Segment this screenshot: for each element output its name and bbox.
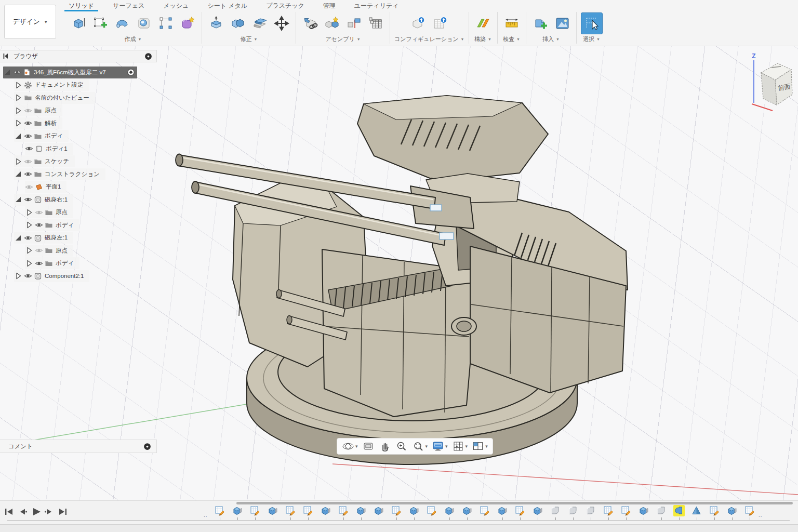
go-to-end-icon[interactable]: [57, 506, 69, 517]
sketch-feature-icon[interactable]: [479, 505, 490, 516]
extrude-icon[interactable]: [69, 13, 88, 34]
offset-face-icon[interactable]: [250, 13, 270, 34]
component-icon[interactable]: [34, 272, 42, 280]
folder-icon[interactable]: [45, 221, 53, 229]
sketch-feature-icon[interactable]: [426, 505, 437, 516]
panel-expand-icon[interactable]: [144, 52, 152, 60]
tree-row[interactable]: ボディ1: [25, 143, 73, 155]
timeline-feature-extrude[interactable]: [723, 505, 741, 520]
component-icon[interactable]: [34, 195, 42, 204]
extrude-feature-icon[interactable]: [373, 505, 384, 516]
extrude-feature-icon[interactable]: [320, 505, 331, 516]
expander-closed-icon[interactable]: [25, 208, 33, 217]
expander-closed-icon[interactable]: [14, 81, 22, 89]
timeline-feature-sketch[interactable]: [423, 505, 441, 520]
sketch-feature-icon[interactable]: [285, 505, 296, 516]
eye-hidden-icon[interactable]: [35, 246, 43, 255]
viewports-icon[interactable]: [470, 440, 489, 453]
folder-icon[interactable]: [34, 107, 42, 115]
extrude-feature-icon[interactable]: [444, 505, 455, 516]
timeline-feature-fillet[interactable]: [547, 505, 564, 520]
move-icon[interactable]: [272, 13, 291, 34]
timeline-feature-sketch[interactable]: [741, 505, 759, 520]
timeline-feature-sketch[interactable]: [246, 505, 264, 520]
sketch-feature-icon[interactable]: [514, 505, 526, 516]
tab-manage[interactable]: 管理: [323, 0, 336, 11]
folder-icon[interactable]: [45, 208, 53, 217]
timeline-feature-extrude[interactable]: [352, 505, 370, 520]
construction-plane-icon[interactable]: [473, 13, 493, 34]
revolve-icon[interactable]: [112, 13, 132, 34]
body-icon[interactable]: [35, 144, 43, 153]
timeline-feature-extrude[interactable]: [317, 505, 335, 520]
timeline-feature-fillet[interactable]: [653, 505, 670, 520]
select-icon[interactable]: [581, 12, 603, 34]
eye-hidden-icon[interactable]: [25, 183, 33, 191]
timeline-feature-extrude[interactable]: [229, 505, 246, 520]
expander-closed-icon[interactable]: [14, 107, 22, 115]
document-icon[interactable]: [23, 68, 31, 76]
fit-icon[interactable]: [410, 440, 430, 453]
hole-icon[interactable]: [134, 13, 154, 34]
measure-icon[interactable]: [502, 13, 522, 34]
turret-geometry[interactable]: [176, 96, 628, 464]
eye-visible-icon[interactable]: [24, 272, 32, 280]
extrude-feature-icon[interactable]: [532, 505, 543, 516]
expander-closed-icon[interactable]: [14, 272, 22, 280]
eye-hidden-icon[interactable]: [24, 107, 32, 115]
expander-closed-icon[interactable]: [25, 246, 33, 255]
tab-utilities[interactable]: ユーティリティ: [354, 0, 399, 11]
configure-icon[interactable]: [408, 13, 428, 34]
tree-row-label[interactable]: 原点: [55, 247, 69, 255]
group-label-create[interactable]: 作成: [125, 35, 142, 43]
configuration-table-icon[interactable]: [430, 13, 450, 34]
eye-visible-icon[interactable]: [24, 119, 32, 127]
eye-visible-icon[interactable]: [24, 132, 32, 140]
extrude-feature-icon[interactable]: [497, 505, 508, 516]
extrude-feature-icon[interactable]: [355, 505, 367, 516]
tree-row[interactable]: 解析: [14, 117, 62, 129]
component-icon[interactable]: [34, 234, 42, 242]
tree-row-label[interactable]: ボディ: [55, 221, 75, 229]
timeline-feature-sketch[interactable]: [335, 505, 352, 520]
sketch-feature-icon[interactable]: [249, 505, 261, 516]
expander-open-icon[interactable]: [14, 234, 22, 242]
eye-visible-icon[interactable]: [24, 195, 32, 204]
combine-icon[interactable]: [228, 13, 248, 34]
tree-row-label[interactable]: 解析: [44, 119, 58, 127]
canvas-image-icon[interactable]: [552, 13, 572, 34]
tree-row[interactable]: ドキュメント設定: [14, 79, 89, 91]
tree-row-label[interactable]: コンストラクション: [44, 170, 101, 178]
bom-table-icon[interactable]: [366, 13, 385, 34]
tree-row-label[interactable]: ドキュメント設定: [34, 81, 85, 89]
activate-component-radio[interactable]: [127, 68, 135, 76]
tree-row[interactable]: 原点: [14, 104, 62, 116]
tree-row-label[interactable]: 砲身左:1: [44, 234, 69, 242]
group-label-construct[interactable]: 構築: [474, 35, 491, 43]
fillet-feature-icon[interactable]: [550, 505, 561, 516]
tree-row[interactable]: スケッチ: [14, 155, 75, 167]
go-to-start-icon[interactable]: [3, 506, 15, 517]
sketch-feature-icon[interactable]: [338, 505, 349, 516]
tree-row-label[interactable]: 砲身右:1: [44, 196, 69, 204]
timeline-feature-sketch[interactable]: [476, 505, 494, 520]
sketch-feature-icon[interactable]: [214, 505, 225, 516]
tree-row[interactable]: ボディ: [14, 130, 69, 142]
revolve-feature-icon[interactable]: [673, 505, 685, 516]
section-marker[interactable]: [440, 233, 454, 240]
eye-visible-icon[interactable]: [35, 259, 43, 268]
sketch-feature-icon[interactable]: [709, 505, 720, 516]
extrude-feature-icon[interactable]: [408, 505, 420, 516]
timeline-feature-extrude[interactable]: [441, 505, 458, 520]
pattern-icon[interactable]: [156, 13, 176, 34]
timeline-feature-sketch[interactable]: [388, 505, 405, 520]
timeline-feature-extrude[interactable]: [529, 505, 547, 520]
timeline-scrollbar[interactable]: [236, 502, 793, 504]
eye-hidden-icon[interactable]: [24, 157, 32, 166]
tree-row-label[interactable]: スケッチ: [44, 157, 70, 165]
timeline-feature-sketch[interactable]: [282, 505, 299, 520]
section-marker[interactable]: [430, 205, 442, 211]
expander-closed-icon[interactable]: [14, 94, 22, 102]
tab-surface[interactable]: サーフェス: [113, 0, 144, 11]
group-label-inspect[interactable]: 検査: [503, 35, 520, 43]
